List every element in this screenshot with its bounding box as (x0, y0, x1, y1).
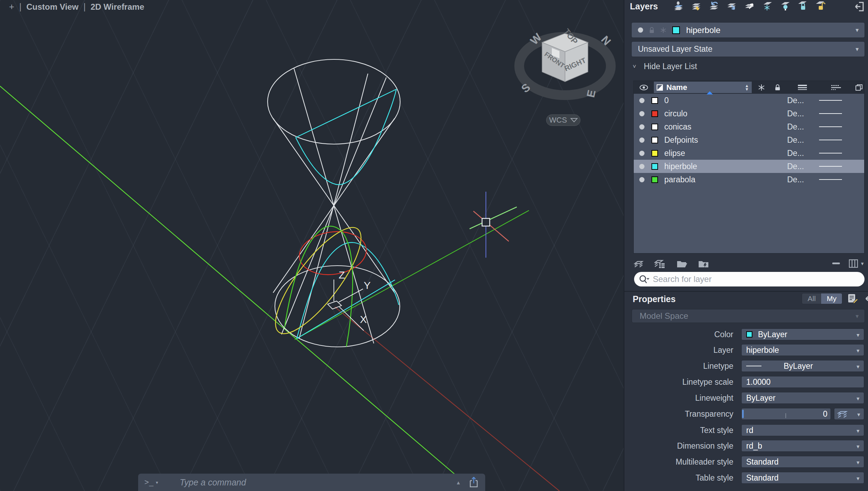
layer-search[interactable] (634, 272, 865, 286)
layer-color-swatch[interactable] (651, 150, 658, 157)
new-layer-icon[interactable] (633, 259, 644, 268)
layer-lock-icon[interactable] (797, 0, 808, 11)
lineweight-dropdown[interactable]: ByLayer ▼ (741, 392, 864, 404)
layer-linetype-sample[interactable] (819, 179, 842, 180)
linetype-dropdown[interactable]: ByLayer ▼ (741, 360, 864, 372)
layer-search-input[interactable] (652, 274, 860, 284)
layer-on-dot-icon[interactable] (639, 177, 644, 182)
layer-color-swatch[interactable] (651, 124, 658, 130)
panel-collapse-icon[interactable] (865, 293, 868, 304)
command-share-icon[interactable] (469, 476, 479, 488)
layer-bulb-icon[interactable] (779, 0, 790, 11)
visual-style-control[interactable]: 2D Wireframe (91, 2, 144, 12)
text-style-dropdown[interactable]: rd ▼ (741, 424, 864, 436)
layer-lineweight-label[interactable]: De... (787, 149, 804, 158)
edit-list-icon[interactable] (847, 293, 858, 304)
filter-all-button[interactable]: All (802, 293, 821, 304)
layer-on-dot-icon[interactable] (639, 98, 644, 103)
layer-on-dot-icon[interactable] (639, 164, 644, 169)
freeze-column-header[interactable] (753, 81, 769, 94)
layer-linetype-sample[interactable] (819, 153, 842, 153)
command-history-caret-icon[interactable]: ▾ (156, 480, 158, 485)
layer-unlock-icon[interactable] (815, 0, 826, 11)
cone-wireframe[interactable] (268, 59, 400, 347)
name-column-header[interactable]: Name ▲▼ (654, 82, 752, 93)
hyperbola-upper-chord[interactable] (296, 89, 396, 138)
columns-menu-button[interactable]: ▼ (849, 259, 865, 268)
layer-row[interactable]: Defpoints De... (634, 133, 864, 147)
command-expand-icon[interactable]: ▲ (456, 480, 461, 485)
current-layer-dropdown[interactable]: hiperbole ▼ (631, 22, 865, 38)
layer-color-swatch[interactable] (651, 176, 658, 183)
layer-linetype-sample[interactable] (819, 100, 842, 101)
space-dropdown[interactable]: Model Space ▼ (632, 309, 865, 323)
layers-promote-icon[interactable] (744, 0, 755, 11)
lock-column-header[interactable] (770, 81, 785, 94)
layer-lineweight-label[interactable]: De... (787, 96, 804, 105)
dimension-style-dropdown[interactable]: rd_b ▼ (741, 440, 864, 452)
lower-cone-rim[interactable] (275, 266, 400, 347)
folder-actions-icon[interactable] (698, 259, 709, 268)
multileader-style-dropdown[interactable]: Standard ▼ (741, 456, 864, 468)
model-viewport[interactable]: + | Custom View | 2D Wireframe (0, 0, 624, 491)
layer-color-swatch[interactable] (651, 137, 658, 143)
transparency-slider[interactable]: 0 (741, 408, 831, 420)
layer-color-swatch[interactable] (651, 163, 658, 170)
drawing-canvas[interactable]: Z Y X W N S E TOP FRONT (0, 0, 624, 491)
view-name-control[interactable]: Custom View (26, 2, 78, 12)
open-folder-icon[interactable] (676, 259, 688, 268)
layer-row[interactable]: circulo De... (634, 107, 864, 120)
layer-on-dot-icon[interactable] (639, 151, 644, 156)
visibility-column-header[interactable] (634, 81, 654, 94)
layer-lineweight-label[interactable]: De... (787, 175, 804, 184)
color-dropdown[interactable]: ByLayer ▼ (741, 328, 864, 340)
upper-cone-rim[interactable] (268, 59, 400, 144)
command-input[interactable] (179, 477, 456, 488)
layer-on-dot-icon[interactable] (639, 111, 644, 116)
hyperbola-lower-chord[interactable] (297, 280, 395, 339)
red-axis-line[interactable] (335, 307, 559, 491)
table-style-dropdown[interactable]: Standard ▼ (741, 472, 864, 484)
layer-row[interactable]: parabola De... (634, 173, 864, 186)
layer-linetype-sample[interactable] (819, 140, 842, 140)
hide-layer-list-toggle[interactable]: ˅ Hide Layer List (633, 62, 697, 71)
layer-row[interactable]: 0 De... (634, 94, 864, 107)
layers-user-icon[interactable] (673, 0, 684, 11)
linetype-column-header[interactable] (819, 81, 852, 94)
layer-freeze-icon[interactable] (761, 0, 773, 11)
layer-linetype-sample[interactable] (819, 126, 842, 127)
layer-lineweight-label[interactable]: De... (787, 135, 804, 145)
viewport-menu-button[interactable]: + (9, 1, 14, 12)
property-row-multileader-style: Multileader style Standard ▼ (624, 456, 868, 468)
viewcube[interactable]: W N S E TOP FRONT RIGHT WCS (519, 27, 613, 126)
layer-row[interactable]: elipse De... (634, 147, 864, 160)
layer-state-dropdown[interactable]: Unsaved Layer State ▼ (631, 41, 865, 57)
remove-icon[interactable] (832, 263, 840, 265)
layer-lineweight-label[interactable]: De... (787, 162, 804, 171)
layer-dropdown[interactable]: hiperbole ▼ (741, 344, 864, 356)
layer-linetype-sample[interactable] (819, 166, 842, 167)
lineweight-column-header[interactable] (786, 81, 818, 94)
plot-column-header[interactable] (853, 81, 865, 94)
filter-my-button[interactable]: My (821, 293, 842, 304)
layer-on-dot-icon[interactable] (639, 138, 644, 143)
panel-collapse-icon[interactable] (854, 1, 865, 12)
plot-icon (856, 84, 862, 91)
layer-linetype-sample[interactable] (819, 113, 842, 114)
layers-undo-icon[interactable] (708, 0, 719, 11)
layer-lineweight-label[interactable]: De... (787, 109, 804, 118)
parabola-axis-line[interactable] (0, 86, 474, 491)
layer-color-swatch[interactable] (651, 110, 658, 117)
command-bar[interactable]: >_ ▾ ▲ (138, 474, 485, 491)
layers-demote-icon[interactable] (726, 0, 737, 11)
transparency-menu-button[interactable]: ▼ (834, 408, 864, 420)
layer-lineweight-label[interactable]: De... (787, 122, 804, 132)
layer-row-selected[interactable]: hiperbole De... (634, 160, 864, 173)
linetype-scale-input[interactable]: 1.0000 (741, 376, 864, 388)
layer-row[interactable]: conicas De... (634, 120, 864, 133)
layer-color-swatch[interactable] (651, 97, 658, 104)
layer-on-dot-icon[interactable] (639, 124, 644, 130)
layer-settings-icon[interactable] (654, 258, 666, 269)
layers-wrench-icon[interactable] (691, 0, 702, 11)
layer-name: conicas (664, 122, 691, 132)
